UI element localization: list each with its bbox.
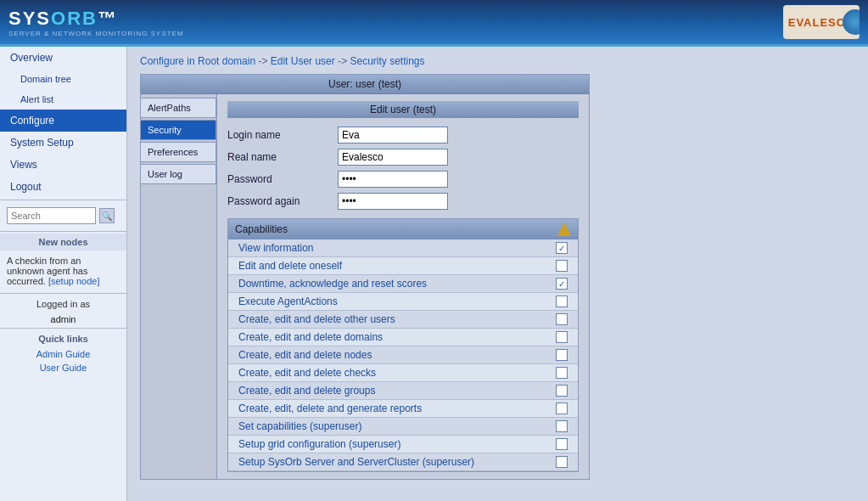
sidebar-item-domain-tree[interactable]: Domain tree	[0, 69, 126, 89]
user-panel: User: user (test) AlertPaths Security Pr…	[140, 74, 590, 480]
real-name-label: Real name	[227, 151, 338, 163]
breadcrumb-configure[interactable]: Configure in Root domain	[140, 55, 255, 67]
cap-row-create-nodes: Create, edit and delete nodes	[228, 346, 578, 364]
cap-row-view-info: View information ✓	[228, 239, 578, 257]
sidebar-item-system-setup[interactable]: System Setup	[0, 132, 126, 154]
sidebar-item-alert-list[interactable]: Alert list	[0, 89, 126, 110]
tab-security[interactable]: Security	[141, 120, 216, 140]
cap-check-setup-grid[interactable]	[556, 438, 568, 450]
cap-row-exec-agent: Execute AgentActions	[228, 293, 578, 311]
cap-check-exec-agent[interactable]	[556, 296, 568, 307]
cap-label-create-reports[interactable]: Create, edit, delete and generate report…	[238, 402, 556, 414]
cap-check-create-reports[interactable]	[556, 402, 568, 414]
node-message: A checkin from an unknown agent has occu…	[0, 250, 126, 291]
cap-row-create-checks: Create, edit and delete checks	[228, 364, 578, 382]
setup-node-link[interactable]: [setup node]	[48, 276, 100, 286]
capabilities-section: Capabilities View information ✓ Edit and…	[227, 218, 579, 472]
cap-label-edit-self[interactable]: Edit and delete oneself	[238, 260, 556, 272]
user-guide-link[interactable]: User Guide	[0, 361, 126, 374]
cap-check-view-info[interactable]: ✓	[556, 242, 568, 254]
form-row-password-again: Password again	[227, 193, 579, 210]
sidebar-item-views[interactable]: Views	[0, 154, 126, 176]
divider-4	[0, 328, 126, 329]
main-layout: Overview Domain tree Alert list Configur…	[0, 47, 868, 501]
cap-check-downtime[interactable]: ✓	[556, 278, 568, 290]
cap-row-edit-self: Edit and delete oneself	[228, 257, 578, 275]
cap-label-exec-agent[interactable]: Execute AgentActions	[238, 296, 556, 307]
search-input[interactable]	[7, 207, 96, 224]
password-again-label: Password again	[227, 195, 338, 207]
sidebar-item-configure[interactable]: Configure	[0, 110, 126, 132]
header: SYSORB™ SERVER & NETWORK MONITORING SYST…	[0, 0, 868, 47]
panel-body: AlertPaths Security Preferences User log…	[141, 94, 589, 479]
quick-links-label: Quick links	[0, 330, 126, 347]
logged-in-label: Logged in as	[0, 296, 126, 312]
cap-label-setup-server[interactable]: Setup SysOrb Server and ServerCluster (s…	[238, 456, 556, 468]
cap-check-create-checks[interactable]	[556, 367, 568, 379]
breadcrumb-edit-user[interactable]: Edit User user	[271, 55, 335, 67]
cap-label-setup-grid[interactable]: Setup grid configuration (superuser)	[238, 438, 556, 450]
password-again-input[interactable]	[338, 193, 448, 210]
tab-userlog[interactable]: User log	[141, 164, 216, 184]
cap-row-create-groups: Create, edit and delete groups	[228, 382, 578, 400]
logo-area: SYSORB™ SERVER & NETWORK MONITORING SYST…	[8, 8, 184, 37]
cap-label-create-groups[interactable]: Create, edit and delete groups	[238, 385, 556, 397]
real-name-input[interactable]	[338, 149, 448, 166]
cap-label-view-info[interactable]: View information	[238, 242, 556, 254]
tab-preferences[interactable]: Preferences	[141, 142, 216, 162]
cap-label-set-caps[interactable]: Set capabilities (superuser)	[238, 420, 556, 432]
evalesco-logo: EVALESCO	[783, 5, 860, 39]
cap-check-set-caps[interactable]	[556, 420, 568, 432]
logo-text: SYSORB™	[8, 8, 184, 30]
panel-title: User: user (test)	[141, 75, 589, 94]
panel-form: Edit user (test) Login name Real name Pa…	[217, 94, 589, 479]
login-name-label: Login name	[227, 129, 338, 141]
cap-label-downtime[interactable]: Downtime, acknowledge and reset scores	[238, 278, 556, 290]
divider-2	[0, 231, 126, 232]
sidebar: Overview Domain tree Alert list Configur…	[0, 47, 127, 501]
sidebar-item-logout[interactable]: Logout	[0, 176, 126, 198]
cap-row-set-caps: Set capabilities (superuser)	[228, 418, 578, 436]
cap-label-create-checks[interactable]: Create, edit and delete checks	[238, 367, 556, 379]
password-label: Password	[227, 173, 338, 185]
cap-check-edit-self[interactable]	[556, 260, 568, 272]
content-area: Configure in Root domain -> Edit User us…	[127, 47, 868, 501]
cap-check-setup-server[interactable]	[556, 456, 568, 468]
divider-1	[0, 200, 126, 200]
search-button[interactable]: 🔍	[99, 208, 115, 223]
cap-row-create-domains: Create, edit and delete domains	[228, 329, 578, 346]
form-row-password: Password	[227, 171, 579, 188]
cap-check-create-users[interactable]	[556, 313, 568, 325]
cap-label-create-users[interactable]: Create, edit and delete other users	[238, 313, 556, 325]
divider-3	[0, 293, 126, 294]
cap-label-create-nodes[interactable]: Create, edit and delete nodes	[238, 349, 556, 361]
cap-row-setup-server: Setup SysOrb Server and ServerCluster (s…	[228, 453, 578, 471]
cap-row-setup-grid: Setup grid configuration (superuser)	[228, 436, 578, 453]
tab-alertpaths[interactable]: AlertPaths	[141, 98, 216, 118]
capabilities-header: Capabilities	[228, 219, 578, 239]
breadcrumb: Configure in Root domain -> Edit User us…	[140, 55, 855, 67]
panel-tabs: AlertPaths Security Preferences User log	[141, 94, 217, 479]
login-name-input[interactable]	[338, 127, 448, 144]
cap-check-create-groups[interactable]	[556, 385, 568, 397]
cap-row-downtime: Downtime, acknowledge and reset scores ✓	[228, 275, 578, 293]
breadcrumb-security[interactable]: Security settings	[350, 55, 424, 67]
logo-subtitle: SERVER & NETWORK MONITORING SYSTEM	[8, 30, 184, 37]
admin-guide-link[interactable]: Admin Guide	[0, 347, 126, 361]
sort-icon	[557, 222, 571, 236]
cap-check-create-domains[interactable]	[556, 331, 568, 343]
cap-row-create-reports: Create, edit, delete and generate report…	[228, 400, 578, 418]
password-input[interactable]	[338, 171, 448, 188]
form-row-realname: Real name	[227, 149, 579, 166]
form-row-login: Login name	[227, 127, 579, 144]
new-nodes-label: New nodes	[0, 234, 126, 250]
cap-row-create-users: Create, edit and delete other users	[228, 311, 578, 329]
search-area: 🔍	[0, 202, 126, 229]
sidebar-item-overview[interactable]: Overview	[0, 47, 126, 69]
cap-label-create-domains[interactable]: Create, edit and delete domains	[238, 331, 556, 343]
form-title: Edit user (test)	[227, 101, 579, 118]
logged-user: admin	[0, 312, 126, 326]
cap-check-create-nodes[interactable]	[556, 349, 568, 361]
